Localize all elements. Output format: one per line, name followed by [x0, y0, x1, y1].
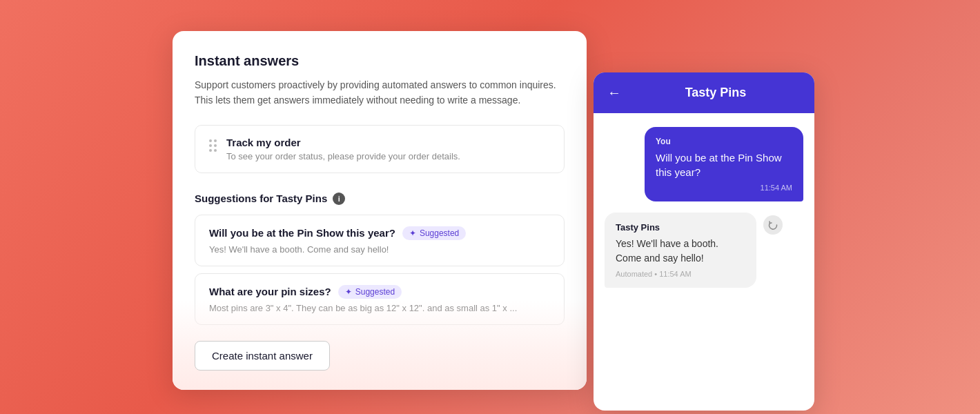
- suggestions-title: Suggestions for Tasty Pins: [195, 193, 327, 204]
- track-order-title: Track my order: [226, 137, 460, 148]
- chat-panel: ← Tasty Pins You Will you be at the Pin …: [594, 72, 814, 411]
- chat-title: Tasty Pins: [631, 86, 801, 100]
- suggested-badge-2: ✦ Suggested: [338, 285, 402, 299]
- panel-title: Instant answers: [195, 53, 565, 69]
- suggested-badge-1-label: Suggested: [420, 228, 459, 238]
- bot-message-container: Tasty Pins Yes! We'll have a booth. Come…: [605, 213, 803, 288]
- bot-name: Tasty Pins: [616, 222, 745, 233]
- user-message-text: Will you be at the Pin Show this year?: [656, 150, 792, 179]
- track-order-content: Track my order To see your order status,…: [226, 137, 460, 161]
- bot-message-text: Yes! We'll have a booth. Come and say he…: [616, 237, 745, 266]
- suggestion-card-2-header: What are your pin sizes? ✦ Suggested: [209, 285, 550, 299]
- suggestion-card-1-header: Will you be at the Pin Show this year? ✦…: [209, 226, 550, 240]
- user-label: You: [656, 137, 792, 146]
- sparkle-icon-2: ✦: [345, 287, 352, 297]
- sparkle-icon-1: ✦: [409, 228, 416, 238]
- chat-body: You Will you be at the Pin Show this yea…: [594, 113, 814, 302]
- suggestions-header: Suggestions for Tasty Pins i: [195, 193, 565, 205]
- main-container: Instant answers Support customers proact…: [173, 31, 807, 390]
- chat-header: ← Tasty Pins: [594, 72, 814, 113]
- instant-answers-panel: Instant answers Support customers proact…: [173, 31, 587, 390]
- bottom-fade: Create instant answer: [173, 300, 587, 390]
- user-message-time: 11:54 AM: [656, 184, 792, 192]
- create-instant-answer-button[interactable]: Create instant answer: [195, 341, 330, 371]
- panel-description: Support customers proactively by providi…: [195, 77, 565, 108]
- bot-message-meta: Automated • 11:54 AM: [616, 270, 745, 278]
- user-message: You Will you be at the Pin Show this yea…: [645, 127, 803, 201]
- track-order-subtitle: To see your order status, please provide…: [226, 151, 460, 161]
- suggestion-card-1[interactable]: Will you be at the Pin Show this year? ✦…: [195, 215, 565, 266]
- track-order-card[interactable]: Track my order To see your order status,…: [195, 125, 565, 173]
- suggestion-card-1-text: Yes! We'll have a booth. Come and say he…: [209, 244, 550, 255]
- drag-icon: [209, 139, 217, 152]
- refresh-icon[interactable]: [763, 215, 783, 235]
- info-icon: i: [333, 193, 345, 205]
- suggestion-card-1-title: Will you be at the Pin Show this year?: [209, 227, 395, 239]
- bot-message: Tasty Pins Yes! We'll have a booth. Come…: [605, 213, 756, 288]
- chat-back-button[interactable]: ←: [607, 85, 621, 101]
- suggested-badge-2-label: Suggested: [355, 287, 395, 297]
- suggestion-card-2-title: What are your pin sizes?: [209, 286, 331, 297]
- suggested-badge-1: ✦ Suggested: [402, 226, 466, 240]
